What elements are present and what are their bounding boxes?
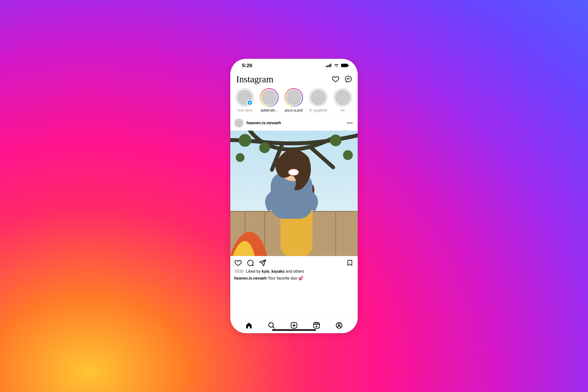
svg-point-11 — [259, 142, 270, 153]
svg-rect-1 — [327, 65, 328, 67]
status-time: 5:26 — [242, 62, 252, 68]
send-icon — [259, 259, 266, 266]
cellular-icon — [326, 64, 332, 67]
comment-icon — [247, 259, 254, 266]
comment-button[interactable] — [246, 259, 254, 267]
messenger-icon — [345, 76, 352, 83]
stories-tray[interactable]: Your story jaded.ele... pia.in.a.pod lil… — [230, 86, 358, 116]
post-likes[interactable]: Liked by kyia_kayaks and others — [230, 269, 358, 275]
post-author-username[interactable]: heaven.is.nevaeh — [246, 120, 281, 126]
story-item[interactable]: fre — [333, 88, 353, 112]
liker-avatars — [234, 269, 244, 274]
story-your-story[interactable]: Your story — [235, 88, 255, 112]
svg-rect-0 — [326, 66, 327, 67]
svg-point-13 — [343, 150, 353, 160]
add-story-badge — [247, 100, 253, 106]
tab-profile[interactable] — [335, 321, 343, 330]
post-header: heaven.is.nevaeh — [230, 116, 358, 130]
messenger-button[interactable] — [344, 75, 352, 83]
save-button[interactable] — [346, 259, 354, 267]
svg-rect-4 — [341, 64, 348, 67]
svg-point-10 — [239, 134, 251, 147]
story-label: Your story — [237, 108, 252, 112]
story-label: pia.in.a.pod — [285, 108, 302, 112]
svg-point-7 — [349, 122, 350, 124]
activity-button[interactable] — [332, 75, 340, 83]
post-image[interactable] — [230, 130, 358, 256]
more-icon — [347, 122, 352, 124]
wifi-icon — [334, 64, 339, 68]
battery-icon — [341, 64, 349, 67]
tab-create[interactable] — [290, 321, 298, 330]
post-caption: heaven.is.nevaeh Your favorite duo 💕 — [230, 275, 358, 284]
svg-rect-3 — [330, 64, 331, 67]
story-item[interactable]: lil_wyatt838 — [308, 88, 328, 112]
share-button[interactable] — [259, 259, 266, 267]
story-item[interactable]: pia.in.a.pod — [284, 88, 304, 112]
status-bar: 5:26 — [230, 59, 358, 72]
svg-point-8 — [351, 122, 352, 124]
story-label: fre — [341, 108, 345, 112]
post-author-avatar[interactable] — [234, 118, 244, 128]
home-indicator — [272, 329, 316, 331]
plus-square-icon — [290, 322, 298, 329]
status-indicators — [326, 64, 349, 68]
bookmark-icon — [346, 259, 353, 266]
svg-point-14 — [236, 153, 244, 162]
instagram-logo: Instagram — [236, 74, 274, 84]
search-icon — [268, 322, 275, 329]
like-button[interactable] — [234, 259, 242, 267]
tab-home[interactable] — [245, 321, 253, 330]
svg-line-28 — [273, 326, 275, 328]
feed-post: heaven.is.nevaeh — [230, 116, 358, 284]
app-header: Instagram — [230, 72, 358, 86]
home-icon — [245, 322, 252, 329]
svg-rect-30 — [314, 322, 320, 328]
tab-reels[interactable] — [312, 321, 321, 330]
caption-text: Your favorite duo 💕 — [267, 276, 303, 280]
tab-search[interactable] — [267, 321, 276, 330]
post-more-button[interactable] — [346, 119, 354, 127]
caption-username[interactable]: heaven.is.nevaeh — [234, 276, 267, 280]
heart-icon — [332, 76, 339, 83]
likes-text: Liked by kyia_kayaks and others — [246, 269, 304, 274]
phone-frame: 5:26 Instagram Your sto — [230, 59, 358, 333]
svg-rect-2 — [329, 64, 330, 67]
tab-bar — [230, 317, 358, 333]
svg-point-32 — [338, 324, 340, 325]
profile-icon — [336, 322, 343, 329]
story-label: lil_wyatt838 — [309, 108, 327, 112]
story-label: jaded.ele... — [261, 108, 278, 112]
story-item[interactable]: jaded.ele... — [259, 88, 279, 112]
svg-point-12 — [330, 134, 342, 146]
post-action-bar — [230, 256, 358, 269]
reels-icon — [313, 322, 320, 329]
heart-icon — [234, 259, 242, 266]
svg-rect-5 — [348, 65, 349, 66]
svg-point-6 — [348, 122, 348, 124]
